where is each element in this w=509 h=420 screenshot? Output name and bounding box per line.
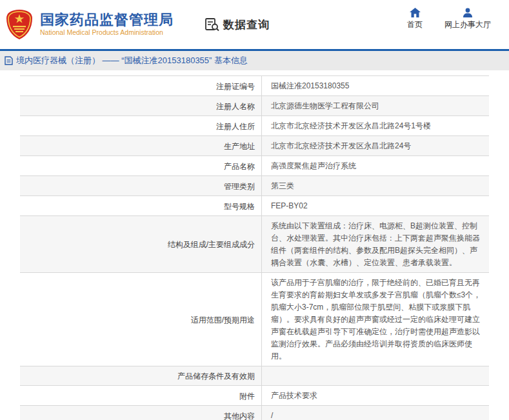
row-label: 注册人住所 (20, 116, 261, 135)
data-query-tab[interactable]: 数据查询 (205, 17, 270, 32)
document-icon (5, 56, 13, 65)
nav-service-hall-label: 网上办事大厅 (444, 19, 491, 30)
table-row-other-content: 其他内容 / (20, 406, 489, 420)
document-search-icon (205, 17, 220, 32)
row-value: 第三类 (261, 176, 489, 195)
row-value: 系统由以下装置组成：治疗床、电源柜、B超测位装置、控制台、水处理装置。其中治疗床… (261, 216, 489, 272)
table-row-intended-use: 适用范围/预期用途 该产品用于子宫肌瘤的治疗，限于绝经前的、已婚已育且无再生育要… (20, 273, 489, 366)
table-row-storage-validity: 产品储存条件及有效期 (20, 366, 489, 386)
row-value: 北京源德生物医学工程有限公司 (261, 96, 489, 115)
nav-service-hall[interactable]: 网上办事大厅 (444, 8, 491, 30)
table-row-registrant-name: 注册人名称 北京源德生物医学工程有限公司 (20, 96, 489, 116)
table-row-registrant-address: 注册人住所 北京市北京经济技术开发区永昌北路24号1号楼 (20, 116, 489, 136)
table-row-structure-composition: 结构及组成/主要组成成分 系统由以下装置组成：治疗床、电源柜、B超测位装置、控制… (20, 216, 489, 273)
row-value: 北京市北京经济技术开发区永昌北路24号 (261, 136, 489, 155)
row-value: FEP-BY02 (261, 196, 489, 215)
page-header: 国家药品监督管理局 National Medical Products Admi… (0, 0, 509, 51)
org-name-cn: 国家药品监督管理局 (40, 12, 174, 28)
row-label: 适用范围/预期用途 (20, 273, 261, 366)
row-label: 型号规格 (20, 196, 261, 215)
row-label: 其他内容 (20, 406, 261, 420)
table-row-production-address: 生产地址 北京市北京经济技术开发区永昌北路24号 (20, 136, 489, 156)
row-label: 管理类别 (20, 176, 261, 195)
row-value: 北京市北京经济技术开发区永昌北路24号1号楼 (261, 116, 489, 135)
table-row-reg-cert-no: 注册证编号 国械注准20153180355 (20, 76, 489, 96)
breadcrumb: 境内医疗器械（注册） —— “国械注准20153180355” 基本信息 (0, 51, 509, 70)
info-table: 注册证编号 国械注准20153180355 注册人名称 北京源德生物医学工程有限… (20, 75, 489, 420)
data-query-label: 数据查询 (223, 17, 270, 32)
table-row-product-name: 产品名称 高强度聚焦超声治疗系统 (20, 156, 489, 176)
row-label: 附件 (20, 386, 261, 405)
row-value: 高强度聚焦超声治疗系统 (261, 156, 489, 175)
row-value (261, 366, 489, 385)
row-label: 产品名称 (20, 156, 261, 175)
row-value: 该产品用于子宫肌瘤的治疗，限于绝经前的、已婚已育且无再生育要求的育龄期妇女单发或… (261, 273, 489, 366)
org-name-en: National Medical Products Administration (40, 28, 174, 37)
row-label: 结构及组成/主要组成成分 (20, 216, 261, 272)
user-icon (463, 8, 473, 17)
row-label: 生产地址 (20, 136, 261, 155)
row-value: 产品技术要求 (261, 386, 489, 405)
nmpa-logo: 国家药品监督管理局 National Medical Products Admi… (5, 9, 174, 40)
row-value: / (261, 406, 489, 420)
nav-home-label: 首页 (407, 19, 423, 30)
nav-home[interactable]: 首页 (407, 8, 423, 30)
top-nav: 首页 网上办事大厅 (407, 8, 491, 30)
row-label: 注册人名称 (20, 96, 261, 115)
home-icon (410, 8, 421, 17)
row-label: 注册证编号 (20, 76, 261, 95)
table-row-attachment: 附件 产品技术要求 (20, 386, 489, 406)
row-value: 国械注准20153180355 (261, 76, 489, 95)
row-label: 产品储存条件及有效期 (20, 366, 261, 385)
breadcrumb-text: 境内医疗器械（注册） —— “国械注准20153180355” 基本信息 (16, 55, 248, 66)
table-row-model-spec: 型号规格 FEP-BY02 (20, 196, 489, 216)
national-emblem-icon (5, 9, 34, 40)
table-row-management-category: 管理类别 第三类 (20, 176, 489, 196)
